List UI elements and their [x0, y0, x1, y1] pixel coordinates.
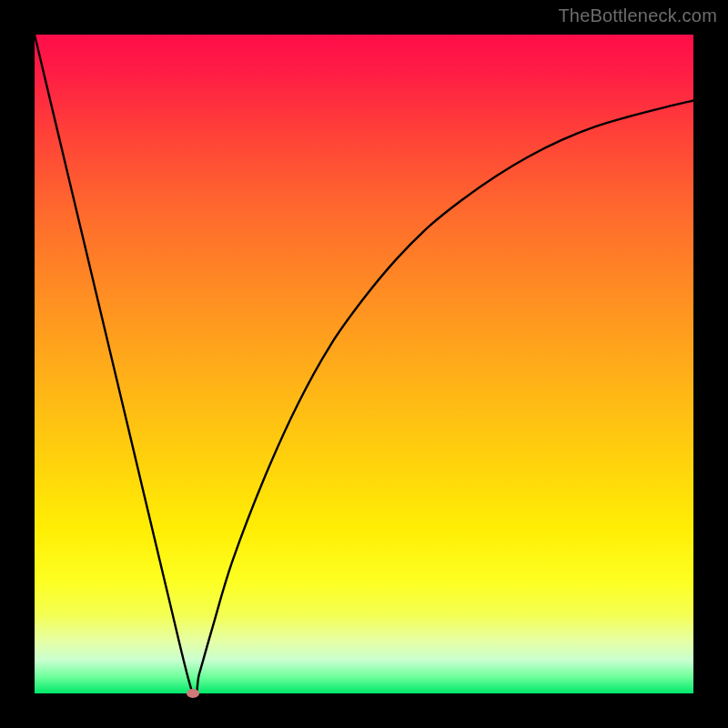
min-point-marker — [187, 689, 199, 698]
curve-svg — [35, 35, 693, 693]
chart-frame: TheBottleneck.com — [0, 0, 728, 728]
watermark-text: TheBottleneck.com — [558, 5, 717, 26]
bottleneck-curve-path — [35, 35, 693, 693]
plot-area — [35, 35, 693, 693]
